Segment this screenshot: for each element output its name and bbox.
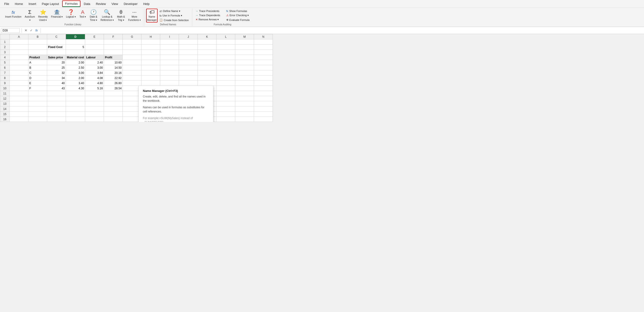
cell-B5[interactable]: A xyxy=(28,60,47,65)
col-header-A[interactable]: A xyxy=(10,34,28,39)
cell-G3[interactable] xyxy=(123,50,142,55)
cell-L2[interactable] xyxy=(216,44,235,50)
cell-C11[interactable] xyxy=(47,91,66,96)
cell-D7[interactable]: 3.00 xyxy=(66,70,85,75)
cell-H7[interactable] xyxy=(142,70,160,75)
cell-D11[interactable] xyxy=(66,91,85,96)
cell-D8[interactable]: 2.00 xyxy=(66,75,85,81)
menu-data[interactable]: Data xyxy=(82,1,92,6)
cell-B9[interactable]: E xyxy=(28,81,47,86)
row-header-8[interactable]: 8 xyxy=(0,75,10,81)
show-formulas-button[interactable]: fx Show Formulas xyxy=(225,9,251,13)
cell-E9[interactable]: 4.80 xyxy=(85,81,104,86)
cell-A4[interactable] xyxy=(10,55,28,60)
cell-F7[interactable]: 20.16 xyxy=(104,70,123,75)
trace-dependents-button[interactable]: → Trace Dependents xyxy=(194,13,222,17)
cell-I6[interactable] xyxy=(160,65,179,70)
cell-F3[interactable] xyxy=(104,50,123,55)
cell-F4[interactable]: Profit xyxy=(104,55,123,60)
menu-formulas[interactable]: Formulas xyxy=(62,0,80,7)
cell-K7[interactable] xyxy=(198,70,216,75)
cell-K5[interactable] xyxy=(198,60,216,65)
cell-G8[interactable] xyxy=(123,75,142,81)
cell-N8[interactable] xyxy=(254,75,273,81)
cell-B14[interactable] xyxy=(28,106,47,112)
cell-J1[interactable] xyxy=(179,39,198,44)
row-header-12[interactable]: 12 xyxy=(0,96,10,101)
cell-A12[interactable] xyxy=(10,96,28,101)
financial-button[interactable]: 🏦 Financial ▾ xyxy=(50,9,64,19)
text-button[interactable]: A Text ▾ xyxy=(78,9,88,19)
cell-B10[interactable]: F xyxy=(28,86,47,91)
col-header-L[interactable]: L xyxy=(216,34,235,39)
cell-I5[interactable] xyxy=(160,60,179,65)
cell-N1[interactable] xyxy=(254,39,273,44)
cell-I9[interactable] xyxy=(160,81,179,86)
cell-C1[interactable] xyxy=(47,39,66,44)
cell-B15[interactable] xyxy=(28,112,47,117)
row-header-13[interactable]: 13 xyxy=(0,101,10,106)
cell-I7[interactable] xyxy=(160,70,179,75)
cell-M9[interactable] xyxy=(235,81,254,86)
cell-J4[interactable] xyxy=(179,55,198,60)
cell-L11[interactable] xyxy=(216,91,235,96)
evaluate-formula-button[interactable]: ⊕ Evaluate Formula xyxy=(225,18,251,22)
cell-G1[interactable] xyxy=(123,39,142,44)
cell-H6[interactable] xyxy=(142,65,160,70)
cancel-formula-icon[interactable]: ✕ xyxy=(24,28,28,32)
menu-view[interactable]: View xyxy=(109,1,120,6)
row-header-14[interactable]: 14 xyxy=(0,106,10,112)
cell-D16[interactable] xyxy=(66,117,85,122)
cell-E7[interactable]: 3.84 xyxy=(85,70,104,75)
cell-M5[interactable] xyxy=(235,60,254,65)
cell-C14[interactable] xyxy=(47,106,66,112)
cell-L15[interactable] xyxy=(216,112,235,117)
cell-F6[interactable]: 14.50 xyxy=(104,65,123,70)
cell-A13[interactable] xyxy=(10,101,28,106)
cell-D12[interactable] xyxy=(66,96,85,101)
cell-G4[interactable] xyxy=(123,55,142,60)
menu-help[interactable]: Help xyxy=(141,1,152,6)
cell-B7[interactable]: C xyxy=(28,70,47,75)
cell-J7[interactable] xyxy=(179,70,198,75)
cell-A1[interactable] xyxy=(10,39,28,44)
col-header-I[interactable]: I xyxy=(160,34,179,39)
cell-K6[interactable] xyxy=(198,65,216,70)
cell-E5[interactable]: 2.40 xyxy=(85,60,104,65)
cell-E4[interactable]: Labour xyxy=(85,55,104,60)
cell-M11[interactable] xyxy=(235,91,254,96)
cell-L4[interactable] xyxy=(216,55,235,60)
cell-reference-box[interactable]: D28 xyxy=(1,28,20,33)
cell-F10[interactable]: 28.54 xyxy=(104,86,123,91)
error-checking-button[interactable]: ⚠ Error Checking ▾ xyxy=(225,13,251,17)
cell-I2[interactable] xyxy=(160,44,179,50)
menu-review[interactable]: Review xyxy=(94,1,108,6)
cell-A10[interactable] xyxy=(10,86,28,91)
cell-F1[interactable] xyxy=(104,39,123,44)
cell-C9[interactable]: 40 xyxy=(47,81,66,86)
cell-F9[interactable]: 26.80 xyxy=(104,81,123,86)
cell-M15[interactable] xyxy=(235,112,254,117)
cell-C3[interactable] xyxy=(47,50,66,55)
cell-N5[interactable] xyxy=(254,60,273,65)
row-header-9[interactable]: 9 xyxy=(0,81,10,86)
cell-A11[interactable] xyxy=(10,91,28,96)
remove-arrows-button[interactable]: ✕ Remove Arrows ▾ xyxy=(194,17,222,21)
cell-L8[interactable] xyxy=(216,75,235,81)
cell-B8[interactable]: D xyxy=(28,75,47,81)
cell-A16[interactable] xyxy=(10,117,28,122)
cell-L10[interactable] xyxy=(216,86,235,91)
cell-L12[interactable] xyxy=(216,96,235,101)
cell-F12[interactable] xyxy=(104,96,123,101)
cell-A15[interactable] xyxy=(10,112,28,117)
trace-precedents-button[interactable]: → Trace Precedents xyxy=(194,9,222,13)
cell-M8[interactable] xyxy=(235,75,254,81)
cell-F8[interactable]: 22.92 xyxy=(104,75,123,81)
cell-E16[interactable] xyxy=(85,117,104,122)
col-header-C[interactable]: C xyxy=(47,34,66,39)
row-header-1[interactable]: 1 xyxy=(0,39,10,44)
menu-page-layout[interactable]: Page Layout xyxy=(40,1,61,6)
cell-D13[interactable] xyxy=(66,101,85,106)
cell-N15[interactable] xyxy=(254,112,273,117)
cell-C15[interactable] xyxy=(47,112,66,117)
